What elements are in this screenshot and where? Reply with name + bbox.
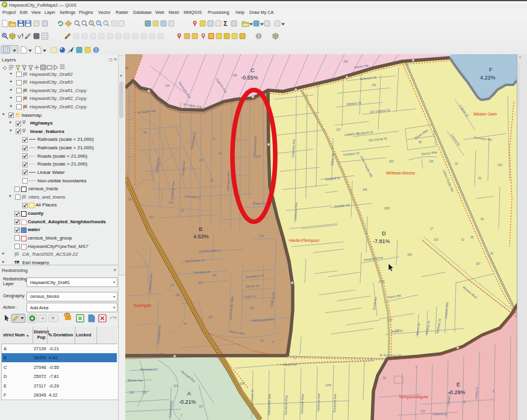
svg-text:Tennyson/Alquire: Tennyson/Alquire [399, 395, 428, 400]
svg-text:95: 95 [481, 218, 484, 221]
svg-text:50: 50 [490, 252, 494, 255]
svg-text:120: 120 [175, 294, 180, 297]
svg-text:1345: 1345 [325, 384, 332, 387]
svg-text:95: 95 [419, 141, 422, 144]
svg-text:30: 30 [455, 162, 458, 165]
svg-text:La Force St: La Force St [250, 389, 254, 406]
svg-text:8: 8 [493, 390, 494, 393]
svg-text:Harden/Tennyson: Harden/Tennyson [289, 238, 320, 243]
svg-text:14: 14 [260, 339, 264, 342]
svg-text:152: 152 [128, 198, 133, 201]
svg-text:104: 104 [198, 282, 203, 285]
svg-text:318: 318 [343, 60, 348, 63]
svg-text:V: V [17, 34, 21, 40]
svg-text:Tamarind Ave: Tamarind Ave [332, 394, 337, 413]
svg-text:308: 308 [407, 253, 412, 256]
svg-text:Carrera St: Carrera St [432, 412, 447, 416]
svg-text:W Tennyson Rd: W Tennyson Rd [379, 353, 402, 357]
svg-text:Gainesville Ave: Gainesville Ave [267, 394, 271, 415]
svg-text:Mission Garin: Mission Garin [473, 112, 497, 116]
svg-text:96: 96 [470, 236, 474, 239]
svg-text:108: 108 [212, 274, 217, 277]
svg-text:Southgate: Southgate [134, 303, 152, 308]
svg-text:Sorrento Ln: Sorrento Ln [140, 368, 157, 371]
svg-text:18: 18 [181, 209, 184, 212]
svg-text:Hathaway Ave: Hathaway Ave [226, 171, 230, 191]
svg-text:172: 172 [170, 284, 175, 287]
svg-text:10: 10 [212, 137, 216, 140]
svg-text:47: 47 [184, 323, 187, 326]
svg-text:820: 820 [389, 160, 394, 163]
svg-text:138: 138 [232, 74, 237, 77]
svg-text:125: 125 [429, 160, 434, 163]
svg-text:Sandoval Way: Sandoval Way [284, 395, 288, 415]
svg-text:118: 118 [395, 329, 400, 332]
svg-text:Bolero Ave: Bolero Ave [128, 378, 143, 382]
svg-text:135: 135 [169, 201, 173, 204]
svg-text:B: B [199, 226, 202, 232]
svg-text:F: F [489, 67, 493, 73]
svg-text:1714: 1714 [378, 280, 385, 283]
svg-text:123: 123 [420, 410, 425, 413]
svg-text:113: 113 [199, 159, 204, 162]
svg-text:143: 143 [149, 216, 154, 219]
svg-text:9: 9 [416, 366, 417, 369]
svg-text:4.22%: 4.22% [480, 75, 496, 81]
svg-text:61: 61 [461, 238, 465, 241]
svg-text:1: 1 [181, 414, 182, 417]
svg-text:14: 14 [218, 152, 222, 155]
svg-text:114: 114 [173, 384, 178, 388]
svg-text:111: 111 [199, 405, 203, 408]
svg-text:Maud Ave: Maud Ave [283, 362, 297, 366]
svg-text:105: 105 [256, 155, 261, 158]
svg-text:113: 113 [336, 128, 341, 131]
svg-text:E: E [457, 381, 460, 388]
svg-text:-0.21%: -0.21% [179, 399, 196, 405]
svg-text:16: 16 [463, 401, 466, 404]
svg-text:Seminole Way: Seminole Way [300, 394, 304, 414]
svg-text:A: A [187, 391, 191, 397]
svg-text:D: D [382, 230, 386, 236]
svg-text:52: 52 [383, 377, 387, 380]
svg-text:1365: 1365 [384, 207, 390, 210]
svg-text:163: 163 [129, 391, 134, 394]
svg-text:4.63%: 4.63% [193, 233, 209, 239]
svg-text:27: 27 [430, 227, 434, 230]
svg-text:347: 347 [388, 319, 393, 322]
svg-text:98: 98 [143, 131, 147, 134]
svg-text:318: 318 [434, 238, 438, 241]
svg-text:233: 233 [372, 84, 376, 87]
svg-text:16: 16 [210, 179, 213, 182]
svg-text:-0.55%: -0.55% [241, 75, 258, 81]
svg-text:Whitman-Mocine: Whitman-Mocine [386, 171, 415, 175]
svg-text:m: m [125, 66, 128, 70]
svg-text:181: 181 [249, 307, 254, 310]
svg-text:-0.29%: -0.29% [448, 389, 466, 395]
svg-text:C: C [251, 67, 255, 73]
svg-text:187: 187 [476, 262, 481, 265]
svg-text:138: 138 [259, 235, 264, 238]
svg-text:345: 345 [363, 188, 367, 191]
svg-text:50: 50 [478, 177, 482, 180]
svg-text:138: 138 [208, 316, 213, 319]
svg-text:-7.81%: -7.81% [373, 238, 390, 244]
svg-text:158: 158 [142, 391, 147, 394]
svg-text:310: 310 [165, 84, 170, 87]
svg-text:Hastings Ave: Hastings Ave [316, 394, 320, 412]
svg-text:Evans Ct: Evans Ct [253, 202, 266, 205]
svg-text:138: 138 [240, 382, 245, 385]
svg-text:4: 4 [272, 341, 274, 344]
svg-text:415: 415 [497, 164, 502, 167]
svg-text:Σ: Σ [223, 20, 228, 27]
